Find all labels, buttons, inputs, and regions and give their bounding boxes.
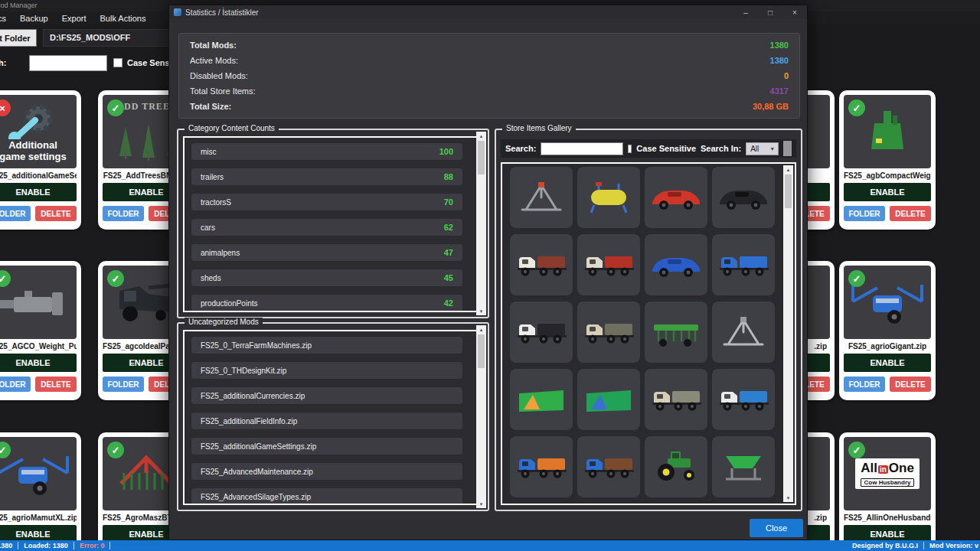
chevron-down-icon: ▾ [771,145,774,152]
folder-button[interactable]: FOLDER [0,377,31,392]
folder-button[interactable]: FOLDER [844,206,885,221]
folder-button[interactable]: FOLDER [103,206,144,221]
scroll-down-icon[interactable]: ▼ [783,494,793,502]
store-item-tile[interactable] [577,504,640,505]
enable-button[interactable]: ENABLE [0,354,77,372]
store-item-tile[interactable] [712,167,775,228]
store-item-tile[interactable] [645,167,707,228]
enabled-badge: ✓ [848,270,865,287]
uncategorized-mod-row[interactable]: FS25_AdvancedMaintenance.zip [191,462,463,481]
store-item-tile[interactable] [645,504,707,505]
store-item-tile[interactable] [712,234,775,295]
store-item-tile[interactable] [645,302,707,363]
store-item-tile[interactable] [712,369,775,430]
status-segment: Mod Version: v [924,542,980,549]
store-item-tile[interactable] [577,234,640,295]
search-input[interactable] [29,55,107,71]
uncategorized-mod-row[interactable]: FS25_additionalCurrencies.zip [191,386,463,405]
gallery-header-button[interactable] [783,141,792,156]
store-item-tile[interactable] [510,234,573,295]
store-item-tile[interactable] [510,369,573,430]
uncategorized-mod-row[interactable]: FS25_additionalGameSettings.zip [191,437,463,455]
category-row[interactable]: tractorsS 70 [191,193,463,211]
category-count: 45 [444,273,453,282]
stat-value: 4317 [770,86,789,96]
folder-button[interactable]: FOLDER [103,377,144,392]
store-item-tile[interactable] [510,302,573,363]
category-name: sheds [201,274,221,282]
minimize-button[interactable]: – [733,5,758,19]
enable-button[interactable]: ENABLE [844,354,931,372]
delete-button[interactable]: DELETE [890,377,931,392]
store-item-tile[interactable] [510,504,573,505]
uncategorized-mod-row[interactable]: FS25_AdvancedSilageTypes.zip [191,487,463,505]
weight-icon [0,276,75,329]
close-window-button[interactable]: × [782,5,807,19]
category-name: trailers [201,173,224,181]
scroll-up-icon[interactable]: ▲ [783,165,793,174]
scroll-down-icon[interactable]: ▼ [476,500,486,508]
select-folder-button[interactable]: Select Folder [0,29,37,47]
store-item-tile[interactable] [577,302,640,363]
uncategorized-mod-row[interactable]: FS25_0_THDesignKit.zip [191,361,463,380]
status-segment: Error: 0 [74,542,111,549]
wrench-gear-icon [0,101,75,139]
scroll-up-icon[interactable]: ▲ [476,325,486,334]
category-row[interactable]: cars 62 [191,218,463,236]
delete-button[interactable]: DELETE [35,377,77,392]
case-sensitive-checkbox[interactable] [113,58,122,67]
menu-item-export[interactable]: Export [59,14,90,23]
close-button[interactable]: Close [750,519,803,537]
scroll-thumb[interactable] [785,174,792,208]
category-count: 70 [444,197,453,207]
dialog-titlebar[interactable]: Statistics / İstatistikler – □ × [169,5,807,19]
menu-item-statistics[interactable]: Statistics [0,14,9,23]
store-item-tile[interactable] [712,436,775,497]
enable-button[interactable]: ENABLE [0,183,77,201]
store-item-tile[interactable] [645,369,707,430]
uncategorized-mod-row[interactable]: FS25_0_TerraFarmMachines.zip [191,336,463,354]
store-item-tile[interactable] [510,436,573,497]
enabled-badge: ✓ [107,99,124,116]
enabled-badge: ✓ [848,99,865,116]
mod-filename: FS25_AGCO_Weight_Push... [0,341,77,352]
allinone-logo: AllinOneCow Husbandry [855,458,920,488]
category-row[interactable]: sheds 45 [191,269,463,287]
store-item-tile[interactable] [510,167,573,228]
mod-card: ×Additionalgame settings FS25_additional… [0,90,81,230]
scroll-down-icon[interactable]: ▼ [476,307,486,315]
stat-row: Disabled Mods: 0 [190,71,789,80]
search-in-label: Search In: [701,144,741,153]
scroll-up-icon[interactable]: ▲ [476,132,486,140]
uncategorized-scrollbar[interactable]: ▲ ▼ [476,325,486,508]
gallery-case-sensitive-checkbox[interactable] [628,145,632,153]
maximize-button[interactable]: □ [758,5,782,19]
menu-item-backup[interactable]: Backup [17,14,51,23]
store-item-tile[interactable] [712,302,775,363]
store-item-tile[interactable] [577,436,640,497]
store-item-tile[interactable] [645,436,707,497]
delete-button[interactable]: DELETE [35,206,77,221]
gallery-scrollbar[interactable]: ▲ ▼ [783,165,793,502]
store-item-tile[interactable] [712,504,775,505]
search-in-dropdown[interactable]: All ▾ [746,142,779,155]
delete-button[interactable]: DELETE [890,206,931,221]
gallery-search-input[interactable] [541,142,623,155]
store-item-tile[interactable] [577,369,640,430]
uncategorized-mod-row[interactable]: FS25_additionalFieldInfo.zip [191,412,463,430]
folder-button[interactable]: FOLDER [0,206,31,221]
scroll-thumb[interactable] [478,334,485,368]
scroll-thumb[interactable] [478,141,485,174]
menu-item-bulk-actions[interactable]: Bulk Actions [97,14,149,23]
category-row[interactable]: productionPoints 42 [191,294,463,312]
folder-button[interactable]: FOLDER [844,377,885,392]
category-row[interactable]: trailers 88 [191,168,463,186]
category-row[interactable]: misc 100 [191,142,463,161]
stat-row: Active Mods: 1380 [190,56,789,65]
category-scrollbar[interactable]: ▲ ▼ [476,132,486,315]
mod-zip-name: FS25_0_THDesignKit.zip [201,367,286,375]
category-row[interactable]: animalpens 47 [191,243,463,262]
store-item-tile[interactable] [577,167,640,228]
enable-button[interactable]: ENABLE [844,183,931,201]
store-item-tile[interactable] [645,234,707,295]
